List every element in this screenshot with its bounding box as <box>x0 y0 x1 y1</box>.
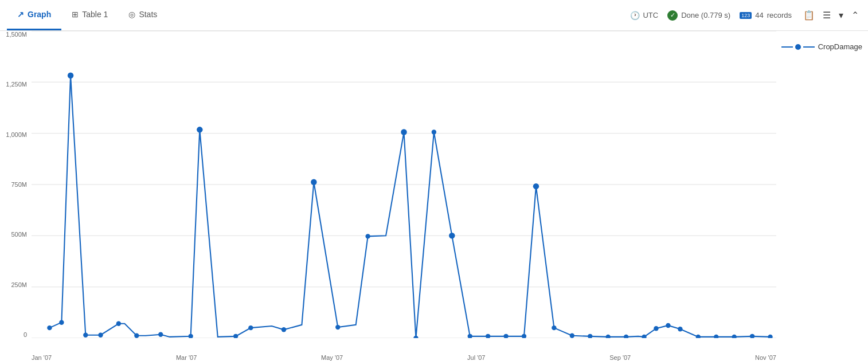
graph-icon: ↗ <box>17 10 24 19</box>
done-status: ✓ Done (0.779 s) <box>667 10 730 21</box>
toolbar-right: 🕐 UTC ✓ Done (0.779 s) 123 44 records 📋 … <box>630 7 861 23</box>
dot-peak1 <box>68 73 73 79</box>
dot-peak4 <box>401 129 406 135</box>
dot <box>248 325 253 330</box>
tab-graph-label: Graph <box>28 10 51 19</box>
dot <box>570 333 574 338</box>
done-label: Done (0.779 s) <box>681 11 730 19</box>
utc-label: UTC <box>643 11 658 19</box>
dot <box>552 325 556 330</box>
legend-dot <box>795 44 801 50</box>
dropdown-button[interactable]: ▾ <box>836 7 846 23</box>
records-badge: 123 44 records <box>740 11 792 19</box>
dot-peak3 <box>311 179 316 186</box>
legend-line <box>781 46 793 48</box>
dot <box>522 334 526 338</box>
legend: CropDamage <box>781 42 862 51</box>
dot <box>588 334 592 338</box>
tab-table1[interactable]: ⊞ Table 1 <box>61 0 118 30</box>
dot <box>233 334 238 338</box>
dot <box>605 335 610 338</box>
dot <box>116 321 121 326</box>
y-label-1500: 1,500M <box>0 31 32 38</box>
x-label-jul: Jul '07 <box>467 354 485 361</box>
toolbar: ↗ Graph ⊞ Table 1 ◎ Stats 🕐 UTC ✓ Done (… <box>0 0 868 31</box>
collapse-button[interactable]: ⌃ <box>849 7 861 23</box>
dot <box>468 334 472 338</box>
x-label-sep: Sep '07 <box>609 354 631 361</box>
clock-icon: 🕐 <box>630 11 640 20</box>
x-label-may: May '07 <box>321 354 343 361</box>
records-icon: 123 <box>740 12 752 19</box>
dot <box>696 335 701 338</box>
y-label-1250: 1,250M <box>0 81 32 88</box>
dot-peak6 <box>533 183 539 190</box>
dot <box>83 333 88 338</box>
y-label-750: 750M <box>0 181 32 188</box>
legend-line2 <box>803 46 815 48</box>
dot <box>134 333 139 338</box>
y-axis: 0 250M 500M 750M 1,000M 1,250M 1,500M <box>0 31 32 338</box>
dot <box>624 335 628 338</box>
dot-peak2 <box>197 127 202 133</box>
legend-label: CropDamage <box>818 42 862 51</box>
columns-button[interactable]: ☰ <box>820 7 833 23</box>
records-label: records <box>767 11 792 19</box>
dot <box>365 234 370 238</box>
dot <box>47 325 52 330</box>
dot <box>678 327 682 331</box>
dot <box>666 323 670 328</box>
chart-line <box>49 76 770 338</box>
dot <box>503 334 508 338</box>
records-count: 44 <box>755 11 763 19</box>
dot <box>281 327 286 332</box>
dot <box>654 326 658 331</box>
dot <box>158 332 163 336</box>
dot <box>486 334 490 338</box>
tab-graph[interactable]: ↗ Graph <box>7 0 61 30</box>
y-label-500: 500M <box>0 231 32 238</box>
table-icon: ⊞ <box>72 10 79 19</box>
x-label-jan: Jan '07 <box>32 354 52 361</box>
tab-stats-label: Stats <box>139 10 157 19</box>
dot <box>750 334 754 338</box>
chart-svg <box>32 31 776 338</box>
x-label-nov: Nov '07 <box>755 354 776 361</box>
y-label-0: 0 <box>0 331 32 338</box>
x-axis: Jan '07 Mar '07 May '07 Jul '07 Sep '07 … <box>32 354 776 361</box>
dot <box>335 325 340 329</box>
dot <box>768 335 772 338</box>
dot <box>188 334 193 338</box>
dot <box>732 335 736 338</box>
stats-icon: ◎ <box>128 10 135 19</box>
utc-status: 🕐 UTC <box>630 11 658 20</box>
chart-container: 0 250M 500M 750M 1,000M 1,250M 1,500M Cr… <box>0 31 868 361</box>
tab-stats[interactable]: ◎ Stats <box>118 0 167 30</box>
dot <box>413 336 418 338</box>
checkmark-icon: ✓ <box>667 10 678 21</box>
dot-peak5 <box>449 233 455 239</box>
dot <box>59 320 64 324</box>
clipboard-button[interactable]: 📋 <box>801 7 817 23</box>
y-label-250: 250M <box>0 281 32 288</box>
y-label-1000: 1,000M <box>0 131 32 138</box>
dot <box>98 333 103 338</box>
tab-table-label: Table 1 <box>82 10 108 19</box>
toolbar-actions: 📋 ☰ ▾ ⌃ <box>801 7 861 23</box>
dot <box>432 130 436 134</box>
x-label-mar: Mar '07 <box>176 354 197 361</box>
dot <box>714 335 718 338</box>
